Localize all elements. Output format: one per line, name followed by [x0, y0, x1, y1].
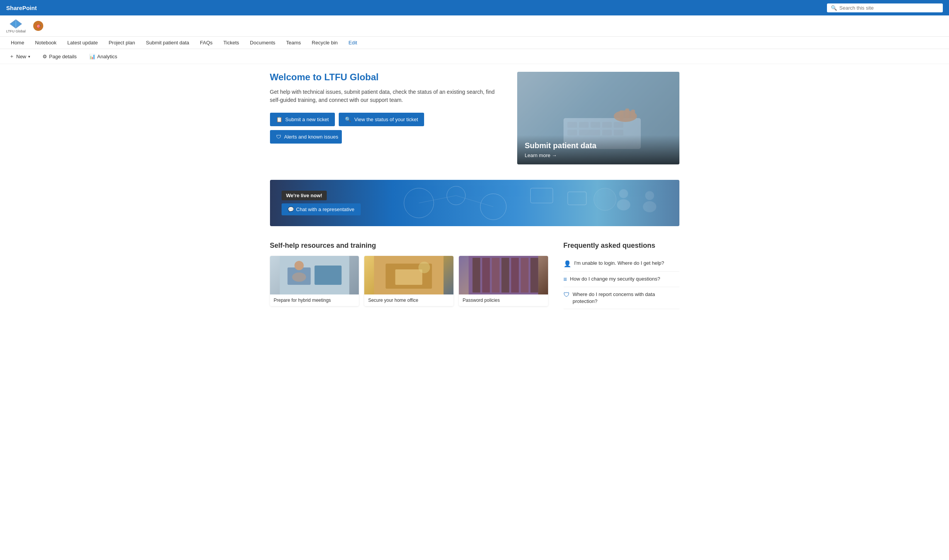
- hero-left: Welcome to LTFU Global Get help with tec…: [270, 72, 502, 164]
- analytics-icon: 📊: [89, 54, 95, 59]
- nav-documents[interactable]: Documents: [245, 37, 280, 49]
- svg-rect-48: [530, 258, 538, 293]
- svg-point-40: [419, 262, 430, 273]
- faq-text-login: I'm unable to login. Where do I get help…: [574, 260, 664, 267]
- alerts-button[interactable]: 🛡 Alerts and known issues: [270, 130, 342, 144]
- app-name: SharePoint: [6, 5, 37, 11]
- analytics-button[interactable]: 📊 Analytics: [86, 52, 121, 61]
- svg-rect-14: [602, 130, 612, 135]
- live-badge: We're live now!: [282, 191, 327, 200]
- faq-item-login[interactable]: 👤 I'm unable to login. Where do I get he…: [564, 256, 679, 272]
- nav-recycle-bin[interactable]: Recycle bin: [307, 37, 342, 49]
- hero-section: Welcome to LTFU Global Get help with tec…: [270, 72, 679, 164]
- chat-icon: 💬: [288, 206, 294, 212]
- logo-area: LTFU Global: [6, 19, 25, 33]
- svg-rect-47: [521, 258, 528, 293]
- site-badge: 🎯: [33, 21, 43, 31]
- svg-rect-10: [602, 122, 612, 128]
- search-input[interactable]: [839, 5, 939, 11]
- svg-rect-17: [620, 110, 623, 120]
- card-image-passwords: [459, 256, 548, 294]
- view-status-button[interactable]: 🔍 View the status of your ticket: [339, 113, 424, 126]
- svg-rect-44: [492, 258, 499, 293]
- submit-ticket-button[interactable]: 📋 Submit a new ticket: [270, 113, 335, 126]
- svg-rect-9: [591, 122, 600, 128]
- hero-image-link[interactable]: Learn more →: [525, 152, 672, 158]
- svg-rect-43: [482, 258, 490, 293]
- shield-icon: 🛡: [276, 134, 281, 140]
- svg-point-35: [294, 261, 304, 270]
- card-image-home-office: [364, 256, 453, 294]
- svg-rect-19: [631, 110, 635, 118]
- person-icon: 👤: [564, 260, 571, 267]
- gear-icon: ⚙: [42, 54, 47, 59]
- nav-teams[interactable]: Teams: [282, 37, 306, 49]
- hero-image-title: Submit patient data: [525, 141, 672, 150]
- hero-title: Welcome to LTFU Global: [270, 72, 502, 83]
- site-header: LTFU Global 🎯: [0, 15, 949, 37]
- faq-item-security[interactable]: ≡ How do I change my security questions?: [564, 272, 679, 287]
- card-hybrid-meetings[interactable]: Prepare for hybrid meetings: [270, 256, 359, 306]
- chat-banner: We're live now! 💬 Chat with a representa…: [270, 180, 679, 226]
- resource-cards: Prepare for hybrid meetings Secure your …: [270, 256, 548, 306]
- nav-faqs[interactable]: FAQs: [195, 37, 217, 49]
- faq-text-security: How do I change my security questions?: [570, 276, 660, 283]
- nav-latest-update[interactable]: Latest update: [63, 37, 102, 49]
- svg-rect-11: [614, 122, 623, 128]
- search-status-icon: 🔍: [345, 117, 351, 122]
- faq-item-data-protection[interactable]: 🛡 Where do I report concerns with data p…: [564, 287, 679, 309]
- card-home-office[interactable]: Secure your home office: [364, 256, 453, 306]
- svg-rect-8: [579, 122, 589, 128]
- svg-rect-25: [530, 188, 553, 203]
- svg-point-27: [594, 188, 616, 210]
- svg-rect-46: [511, 258, 519, 293]
- svg-rect-42: [472, 258, 480, 293]
- svg-point-22: [480, 194, 506, 220]
- svg-rect-12: [567, 130, 577, 135]
- hero-image-overlay: Submit patient data Learn more →: [517, 135, 679, 164]
- nav-tickets[interactable]: Tickets: [219, 37, 244, 49]
- svg-rect-13: [579, 130, 600, 135]
- svg-text:🎯: 🎯: [36, 24, 41, 29]
- nav-bar: Home Notebook Latest update Project plan…: [0, 37, 949, 49]
- svg-point-29: [617, 199, 630, 210]
- nav-home[interactable]: Home: [6, 37, 29, 49]
- nav-project-plan[interactable]: Project plan: [104, 37, 140, 49]
- faq-title: Frequently asked questions: [564, 242, 679, 250]
- top-bar: SharePoint 🔍: [0, 0, 949, 15]
- card-label-hybrid: Prepare for hybrid meetings: [270, 294, 359, 306]
- page-details-button[interactable]: ⚙ Page details: [39, 52, 80, 61]
- self-help-section: Self-help resources and training Prepare…: [270, 242, 548, 309]
- card-password-policies[interactable]: Password policies: [459, 256, 548, 306]
- svg-rect-39: [396, 269, 423, 285]
- hero-buttons: 📋 Submit a new ticket 🔍 View the status …: [270, 113, 417, 144]
- nav-submit-patient-data[interactable]: Submit patient data: [141, 37, 194, 49]
- svg-line-24: [456, 196, 493, 207]
- svg-rect-7: [567, 122, 577, 128]
- nav-edit[interactable]: Edit: [344, 37, 362, 49]
- ticket-icon: 📋: [276, 117, 282, 122]
- bottom-section: Self-help resources and training Prepare…: [270, 242, 679, 309]
- chat-banner-content: We're live now! 💬 Chat with a representa…: [270, 183, 372, 223]
- svg-rect-18: [625, 108, 629, 118]
- card-label-home-office: Secure your home office: [364, 294, 453, 306]
- new-button[interactable]: ＋ New ▾: [6, 51, 33, 61]
- hero-image: Submit patient data Learn more →: [517, 72, 679, 164]
- toolbar: ＋ New ▾ ⚙ Page details 📊 Analytics: [0, 49, 949, 64]
- shield-faq-icon: 🛡: [564, 291, 570, 298]
- faq-section: Frequently asked questions 👤 I'm unable …: [564, 242, 679, 309]
- nav-notebook[interactable]: Notebook: [31, 37, 61, 49]
- card-label-passwords: Password policies: [459, 294, 548, 306]
- card-image-hybrid: [270, 256, 359, 294]
- chat-button[interactable]: 💬 Chat with a representative: [282, 203, 361, 215]
- svg-line-23: [419, 196, 456, 203]
- search-icon: 🔍: [831, 5, 837, 11]
- svg-point-28: [619, 189, 628, 198]
- svg-rect-45: [501, 258, 509, 293]
- list-icon: ≡: [564, 276, 567, 283]
- main-content: Welcome to LTFU Global Get help with tec…: [262, 64, 687, 317]
- search-bar[interactable]: 🔍: [827, 3, 943, 12]
- hero-description: Get help with technical issues, submit p…: [270, 88, 502, 104]
- svg-rect-15: [614, 130, 623, 135]
- self-help-title: Self-help resources and training: [270, 242, 548, 250]
